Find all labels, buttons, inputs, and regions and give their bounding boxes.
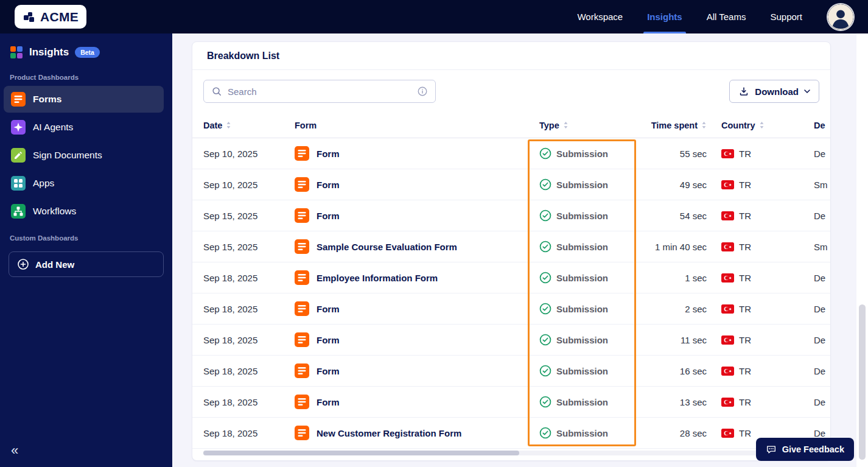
form-icon xyxy=(295,208,309,223)
check-circle-icon xyxy=(539,427,551,439)
sidebar-item-label: AI Agents xyxy=(33,122,73,133)
sidebar-title: Insights xyxy=(29,46,69,58)
acme-logo-icon xyxy=(23,10,36,24)
page-scrollbar-thumb[interactable] xyxy=(859,304,866,460)
sort-icon[interactable] xyxy=(563,121,569,129)
column-header-country[interactable]: Country xyxy=(721,121,814,130)
cell-country: TR xyxy=(721,428,814,438)
form-icon xyxy=(295,239,309,254)
horizontal-scrollbar-track[interactable] xyxy=(203,451,819,455)
turkey-flag-icon xyxy=(721,398,734,407)
nav-item-all-teams[interactable]: All Teams xyxy=(695,0,758,33)
cell-country: TR xyxy=(721,304,814,314)
cell-date: Sep 18, 2025 xyxy=(203,304,295,314)
table-row: Sep 10, 2025FormSubmission55 secTRDe xyxy=(192,138,830,169)
cell-device: De xyxy=(814,273,830,283)
type-label: Submission xyxy=(556,366,608,376)
horizontal-scrollbar-thumb[interactable] xyxy=(203,451,519,455)
type-label: Submission xyxy=(556,335,608,345)
type-label: Submission xyxy=(556,180,608,190)
nav-item-workspace[interactable]: Workspace xyxy=(565,0,635,33)
country-code: TR xyxy=(739,366,751,376)
form-icon xyxy=(295,332,309,347)
cell-form: Form xyxy=(295,146,539,161)
card-header: Breakdown List xyxy=(192,42,830,70)
search-input[interactable] xyxy=(228,86,411,97)
column-header-time-spent[interactable]: Time spent xyxy=(649,121,721,130)
sidebar-item-apps[interactable]: Apps xyxy=(4,170,164,197)
nav-item-insights[interactable]: Insights xyxy=(635,0,695,33)
sort-icon[interactable] xyxy=(226,121,231,129)
form-name: Form xyxy=(317,366,340,376)
give-feedback-button[interactable]: Give Feedback xyxy=(756,438,854,461)
cell-date: Sep 18, 2025 xyxy=(203,428,295,438)
plus-circle-icon xyxy=(17,258,29,270)
sidebar-item-workflows[interactable]: Workflows xyxy=(4,198,164,225)
sidebar-item-forms[interactable]: Forms xyxy=(4,86,164,113)
cell-device: Sm xyxy=(814,180,830,190)
country-code: TR xyxy=(739,397,751,407)
add-new-button[interactable]: Add New xyxy=(9,251,164,277)
download-button[interactable]: Download xyxy=(729,80,819,103)
form-name: Form xyxy=(317,335,340,345)
search-box[interactable] xyxy=(203,80,436,103)
cell-time-spent: 16 sec xyxy=(649,366,721,376)
sort-icon[interactable] xyxy=(701,121,707,129)
country-code: TR xyxy=(739,211,751,221)
cell-type: Submission xyxy=(539,303,649,315)
cell-country: TR xyxy=(721,211,814,221)
download-icon xyxy=(738,86,749,97)
cell-form: Form xyxy=(295,208,539,223)
section-label-custom-dashboards: Custom Dashboards xyxy=(0,226,172,247)
turkey-flag-icon xyxy=(721,211,734,220)
country-code: TR xyxy=(739,242,751,252)
main-content: Breakdown List Download DateFormTypeTime… xyxy=(172,33,868,467)
cell-type: Submission xyxy=(539,209,649,222)
table-row: Sep 18, 2025Employee Information FormSub… xyxy=(192,262,830,293)
form-icon xyxy=(295,363,309,378)
check-circle-icon xyxy=(539,209,551,222)
info-icon[interactable] xyxy=(417,86,428,97)
cell-device: Sm xyxy=(814,242,830,252)
form-name: Employee Information Form xyxy=(317,273,438,283)
user-avatar[interactable] xyxy=(828,4,853,30)
table-header: DateFormTypeTime spentCountryDe xyxy=(192,113,830,138)
forms-icon xyxy=(11,92,26,107)
cell-form: Form xyxy=(295,395,539,409)
form-icon xyxy=(295,426,309,440)
table-body: Sep 10, 2025FormSubmission55 secTRDeSep … xyxy=(192,138,830,449)
check-circle-icon xyxy=(539,241,551,253)
type-label: Submission xyxy=(556,273,608,283)
acme-logo[interactable]: ACME xyxy=(15,5,86,29)
sort-icon[interactable] xyxy=(759,121,765,129)
sidebar-item-sign-documents[interactable]: Sign Documents xyxy=(4,142,164,169)
form-icon xyxy=(295,146,309,161)
sidebar-item-label: Workflows xyxy=(33,206,76,217)
cell-form: Sample Course Evaluation Form xyxy=(295,239,539,254)
nav-item-support[interactable]: Support xyxy=(758,0,814,33)
table-row: Sep 18, 2025New Customer Registration Fo… xyxy=(192,418,830,449)
sidebar: Insights Beta Product Dashboards Forms A… xyxy=(0,33,172,467)
sidebar-item-ai-agents[interactable]: AI Agents xyxy=(4,114,164,141)
form-name: Form xyxy=(317,180,340,190)
form-name: Form xyxy=(317,149,340,159)
sign-documents-icon xyxy=(11,148,26,163)
cell-form: Form xyxy=(295,177,539,192)
country-code: TR xyxy=(739,149,751,159)
page-scrollbar-track[interactable] xyxy=(856,33,868,467)
cell-form: Employee Information Form xyxy=(295,270,539,285)
cell-time-spent: 1 sec xyxy=(649,273,721,283)
country-code: TR xyxy=(739,180,751,190)
workflows-icon xyxy=(11,204,26,219)
cell-time-spent: 2 sec xyxy=(649,304,721,314)
cell-type: Submission xyxy=(539,272,649,284)
top-navigation: Workspace Insights All Teams Support xyxy=(565,0,814,33)
cell-device: De xyxy=(814,211,830,221)
sidebar-header: Insights Beta xyxy=(0,33,172,65)
column-header-date[interactable]: Date xyxy=(203,121,295,130)
type-label: Submission xyxy=(556,242,608,252)
column-header-type[interactable]: Type xyxy=(539,121,649,130)
avatar-person-icon xyxy=(828,4,853,30)
cell-date: Sep 18, 2025 xyxy=(203,273,295,283)
sidebar-collapse-button[interactable]: « xyxy=(0,437,29,467)
